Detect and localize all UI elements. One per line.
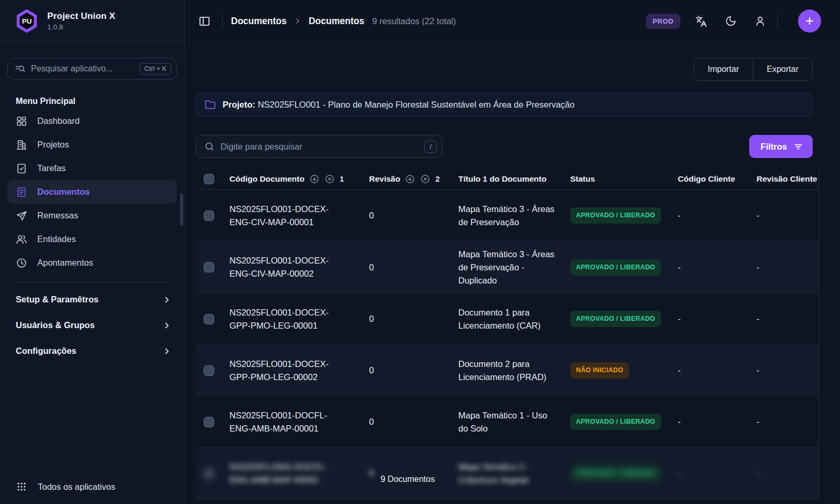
column-label: Status — [570, 174, 595, 184]
table-row[interactable]: NS2025FLO001-DOCEX-ENG-CIV-MAP-000010Map… — [196, 190, 818, 242]
chevron-right-icon — [162, 295, 172, 304]
clear-sort-icon[interactable] — [324, 174, 335, 184]
sort-descending-icon[interactable] — [405, 174, 415, 184]
select-all-checkbox[interactable] — [204, 174, 214, 184]
dashboard-icon — [16, 116, 27, 127]
table-search[interactable]: / — [196, 135, 443, 158]
client-revision-cell: - — [757, 409, 819, 435]
app-search[interactable]: Ctrl + K — [7, 58, 177, 80]
status-cell: NÃO INICIADO — [570, 356, 678, 385]
column-label: Revisão — [369, 174, 400, 184]
status-cell: APROVADO / LIBERADO — [570, 201, 678, 230]
document-code-cell: NS2025FLO001-DOCFL-ENG-AMB-MAP-00002 — [229, 454, 369, 493]
chevron-right-icon — [162, 346, 172, 356]
theme-toggle-button[interactable] — [722, 12, 740, 30]
table-search-input[interactable] — [220, 142, 418, 152]
status-badge: APROVADO / LIBERADO — [570, 311, 661, 327]
sort-priority: 2 — [435, 175, 439, 183]
topbar-divider — [222, 14, 223, 28]
row-checkbox[interactable] — [204, 417, 214, 427]
table-row[interactable]: NS2025FLO001-DOCFL-ENG-AMB-MAP-000010Map… — [196, 396, 818, 448]
project-banner-label: Projeto — [223, 100, 253, 109]
sidebar-item-entidades[interactable]: Entidades — [7, 227, 177, 251]
table-footer-count: 9 Documentos — [381, 475, 435, 484]
sidebar-item-remessas[interactable]: Remessas — [7, 204, 177, 227]
table-row[interactable]: NS2025FLO001-DOCEX-GPP-PMO-LEG-000020Doc… — [196, 345, 818, 396]
search-lines-icon — [15, 64, 26, 75]
breadcrumb-root[interactable]: Documentos — [231, 16, 287, 27]
sidebar-item-label: Documentos — [37, 187, 90, 197]
app-logo: PU — [15, 9, 39, 33]
topbar-divider-2 — [778, 14, 778, 28]
row-checkbox[interactable] — [204, 365, 214, 376]
app-version: 1.0.8 — [47, 23, 116, 31]
profile-button[interactable] — [751, 12, 769, 30]
topbar: Documentos Documentos 9 resultados (22 t… — [185, 0, 840, 42]
document-code-cell: NS2025FLO001-DOCEX-ENG-CIV-MAP-00001 — [229, 196, 369, 235]
sidebar-menu: DashboardProjetosTarefasDocumentosRemess… — [0, 109, 184, 275]
export-button[interactable]: Exportar — [753, 58, 813, 81]
status-badge: APROVADO / LIBERADO — [570, 465, 661, 481]
sidebar-item-tarefas[interactable]: Tarefas — [7, 156, 177, 180]
sidebar-item-documentos[interactable]: Documentos — [7, 180, 177, 204]
table-header-checkbox-cell — [196, 174, 229, 184]
row-checkbox-cell — [196, 256, 229, 279]
send-icon — [16, 210, 27, 222]
project-banner: Projeto: NS2025FLO001 - Plano de Manejo … — [196, 92, 813, 117]
table-row[interactable]: NS2025FLO001-DOCFL-ENG-AMB-MAP-000020Map… — [196, 448, 818, 499]
sidebar-group-usuarios-grupos[interactable]: Usuários & Grupos — [0, 312, 184, 338]
sidebar-item-label: Tarefas — [37, 163, 66, 173]
app-search-input[interactable] — [31, 64, 134, 74]
results-summary: 9 resultados (22 total) — [372, 16, 456, 26]
logo-monogram: PU — [22, 17, 32, 25]
clear-sort-icon[interactable] — [420, 174, 430, 184]
row-checkbox-cell — [196, 204, 229, 227]
add-button[interactable] — [798, 9, 821, 33]
apps-grid-icon — [16, 481, 27, 492]
client-revision-cell: - — [757, 203, 819, 228]
sidebar-toggle-button[interactable] — [195, 12, 214, 30]
column-header-titulo-1-do-documento: Título 1 do Documento — [458, 174, 570, 184]
status-cell: APROVADO / LIBERADO — [570, 407, 678, 436]
sidebar-scrollbar-thumb[interactable] — [180, 193, 183, 226]
sidebar-group-configuracoes[interactable]: Configurações — [0, 338, 184, 364]
row-checkbox-cell — [196, 462, 229, 485]
document-title-cell: Mapa Temático 2 - Cobertura Vegetal — [458, 454, 570, 493]
project-banner-value: NS2025FLO001 - Plano de Manejo Florestal… — [258, 100, 575, 109]
filter-icon — [793, 142, 803, 152]
sidebar-divider — [16, 282, 169, 282]
document-title-cell: Mapa Temático 3 - Áreas de Preservação -… — [458, 242, 570, 293]
column-header-codigo-cliente: Código Cliente — [678, 174, 757, 184]
sidebar-group-setup-parametros[interactable]: Setup & Paramêtros — [0, 287, 184, 312]
breadcrumb-current: Documentos — [309, 16, 364, 27]
row-checkbox[interactable] — [204, 314, 214, 324]
status-cell: APROVADO / LIBERADO — [570, 304, 678, 333]
table-search-shortcut-kbd: / — [424, 141, 437, 153]
clock-icon — [16, 257, 27, 269]
column-label: Revisão Cliente — [757, 174, 817, 184]
column-header-revisao: Revisão 2 — [369, 174, 458, 184]
filters-button[interactable]: Filtros — [749, 135, 813, 158]
sidebar-item-label: Dashboard — [37, 116, 80, 126]
sidebar-item-dashboard[interactable]: Dashboard — [7, 109, 177, 133]
row-checkbox-cell — [196, 308, 229, 331]
row-checkbox-cell — [196, 359, 229, 382]
row-checkbox[interactable] — [204, 262, 214, 272]
sort-priority: 1 — [340, 175, 344, 183]
sidebar-item-projetos[interactable]: Projetos — [7, 133, 177, 156]
table-row[interactable]: NS2025FLO001-DOCEX-ENG-CIV-MAP-000020Map… — [196, 242, 818, 293]
language-button[interactable] — [692, 12, 710, 30]
column-label: Código Cliente — [678, 174, 735, 184]
import-button[interactable]: Importar — [694, 58, 753, 81]
row-checkbox[interactable] — [204, 468, 214, 479]
sort-descending-icon[interactable] — [309, 174, 320, 184]
status-cell: APROVADO / LIBERADO — [570, 459, 678, 488]
sidebar-item-apontamentos[interactable]: Apontamentos — [7, 251, 177, 275]
table-row[interactable]: NS2025FLO001-DOCEX-GPP-PMO-LEG-000010Doc… — [196, 293, 818, 345]
moon-icon — [725, 15, 737, 27]
row-checkbox[interactable] — [204, 211, 214, 221]
revision-cell: 0 — [369, 255, 458, 280]
sidebar-item-label: Projetos — [37, 140, 69, 150]
sidebar-item-label: Apontamentos — [37, 258, 93, 268]
sidebar-footer-all-apps[interactable]: Todos os aplicativos — [0, 469, 184, 504]
